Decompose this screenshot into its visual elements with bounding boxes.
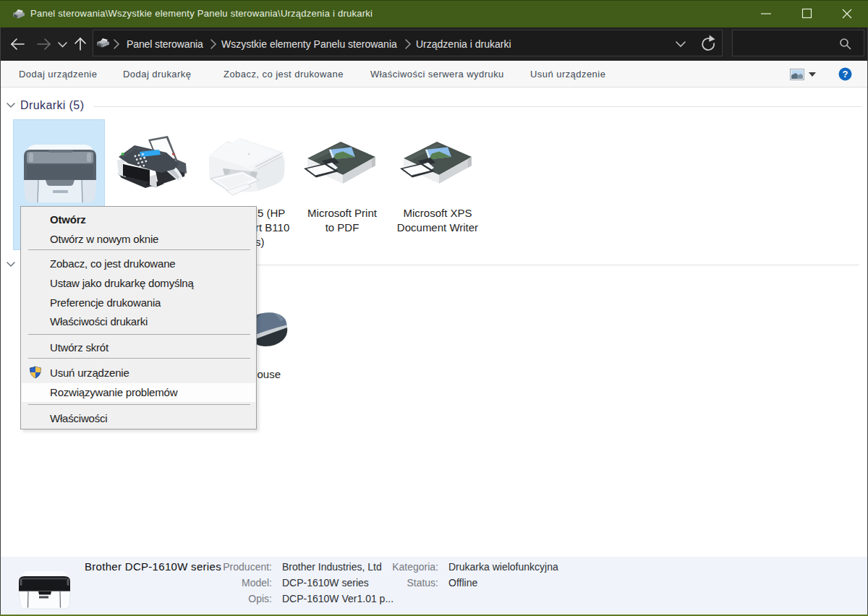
- svg-text:?: ?: [843, 69, 848, 80]
